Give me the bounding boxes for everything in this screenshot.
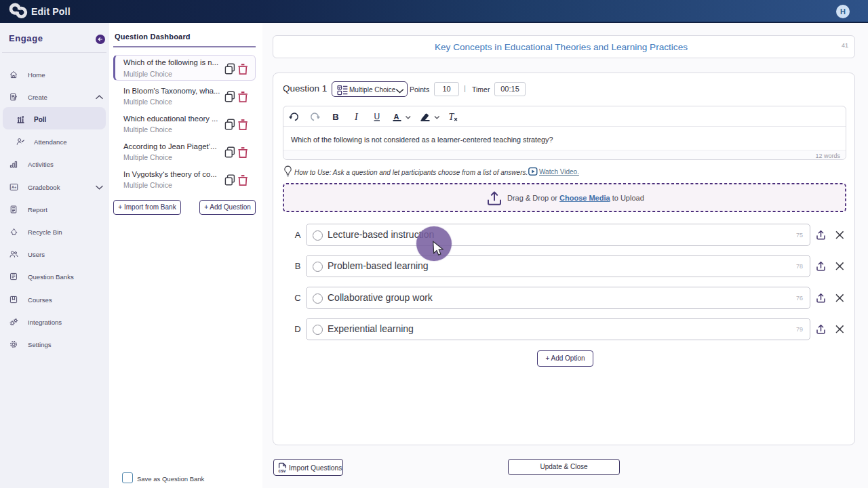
svg-text:B: B [332,112,338,122]
svg-text:U: U [374,112,380,121]
svg-text:I: I [354,112,359,122]
svg-text:T: T [449,112,455,122]
svg-text:csv: csv [279,468,286,473]
svg-text:A+: A+ [12,185,17,189]
svg-text:A: A [394,113,399,121]
